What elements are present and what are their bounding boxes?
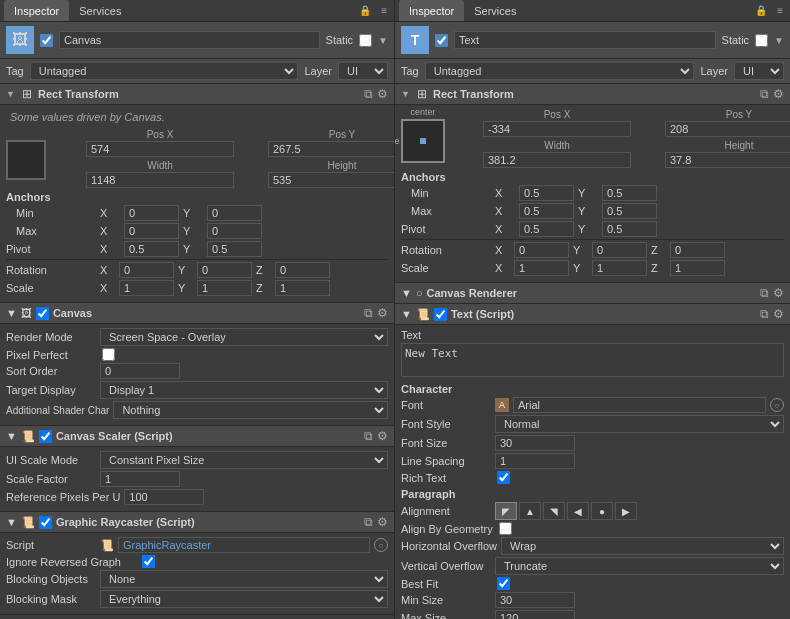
left-scaler-copy-icon[interactable]: ⧉	[364, 429, 373, 443]
right-tab-inspector[interactable]: Inspector	[399, 0, 464, 21]
right-w-input[interactable]	[483, 152, 631, 168]
right-ts-checkbox[interactable]	[434, 308, 447, 321]
right-obj-name-input[interactable]	[454, 31, 716, 49]
left-static-checkbox[interactable]	[359, 34, 372, 47]
right-ts-settings-icon[interactable]: ⚙	[773, 307, 784, 321]
left-sc-x-input[interactable]	[119, 280, 174, 296]
left-sc-y-input[interactable]	[197, 280, 252, 296]
right-tag-select[interactable]: Untagged	[425, 62, 695, 80]
right-rot-z-input[interactable]	[670, 242, 725, 258]
left-max-y-input[interactable]	[207, 223, 262, 239]
left-static-arrow[interactable]: ▼	[378, 35, 388, 46]
left-canvas-copy-icon[interactable]: ⧉	[364, 306, 373, 320]
right-rect-settings-icon[interactable]: ⚙	[773, 87, 784, 101]
left-rot-z-input[interactable]	[275, 262, 330, 278]
left-tag-select[interactable]: Untagged	[30, 62, 299, 80]
right-ts-copy-icon[interactable]: ⧉	[760, 307, 769, 321]
left-rot-x-input[interactable]	[119, 262, 174, 278]
right-h-input[interactable]	[665, 152, 790, 168]
right-posx-input[interactable]	[483, 121, 631, 137]
right-layer-select[interactable]: UI	[734, 62, 784, 80]
left-w-input[interactable]	[86, 172, 234, 188]
left-ignore-checkbox[interactable]	[142, 555, 155, 568]
right-font-size-input[interactable]	[495, 435, 575, 451]
right-font-input[interactable]	[513, 397, 766, 413]
right-pivot-y-input[interactable]	[602, 221, 657, 237]
right-pivot-x-input[interactable]	[519, 221, 574, 237]
left-blocking-obj-select[interactable]: None	[100, 570, 388, 588]
right-static-checkbox[interactable]	[755, 34, 768, 47]
left-pixel-perfect-checkbox[interactable]	[102, 348, 115, 361]
right-align-ml[interactable]: ◀	[567, 502, 589, 520]
right-menu-icon[interactable]: ≡	[774, 5, 786, 16]
left-posx-input[interactable]	[86, 141, 234, 157]
right-canvas-renderer-header[interactable]: ▼ ○ Canvas Renderer ⧉ ⚙	[395, 283, 790, 304]
left-pivot-x-input[interactable]	[124, 241, 179, 257]
right-min-size-input[interactable]	[495, 592, 575, 608]
right-line-spacing-input[interactable]	[495, 453, 575, 469]
right-text-textarea[interactable]: New Text	[401, 343, 784, 377]
right-font-style-select[interactable]: Normal	[495, 415, 784, 433]
left-scaler-checkbox[interactable]	[39, 430, 52, 443]
left-layer-select[interactable]: UI	[338, 62, 388, 80]
left-scale-factor-input[interactable]	[100, 471, 180, 487]
left-canvas-header[interactable]: ▼ 🖼 Canvas ⧉ ⚙	[0, 303, 394, 324]
left-lock-icon[interactable]: 🔒	[356, 5, 374, 16]
left-rect-transform-header[interactable]: ▼ ⊞ Rect Transform ⧉ ⚙	[0, 84, 394, 105]
left-rect-copy-icon[interactable]: ⧉	[364, 87, 373, 101]
right-v-overflow-select[interactable]: Truncate	[495, 557, 784, 575]
left-target-display-select[interactable]: Display 1	[100, 381, 388, 399]
right-align-tl[interactable]: ◤	[495, 502, 517, 520]
left-canvas-checkbox[interactable]	[36, 307, 49, 320]
left-active-checkbox[interactable]	[40, 34, 53, 47]
right-min-y-input[interactable]	[602, 185, 657, 201]
right-align-tr[interactable]: ◥	[543, 502, 565, 520]
right-align-tc[interactable]: ▲	[519, 502, 541, 520]
left-tab-inspector[interactable]: Inspector	[4, 0, 69, 21]
right-rot-x-input[interactable]	[514, 242, 569, 258]
left-sort-order-input[interactable]	[100, 363, 180, 379]
left-canvas-settings-icon[interactable]: ⚙	[377, 306, 388, 320]
right-align-geometry-checkbox[interactable]	[499, 522, 512, 535]
right-rot-y-input[interactable]	[592, 242, 647, 258]
left-raycaster-settings-icon[interactable]: ⚙	[377, 515, 388, 529]
left-posy-input[interactable]	[268, 141, 394, 157]
left-h-input[interactable]	[268, 172, 394, 188]
right-text-script-header[interactable]: ▼ 📜 Text (Script) ⧉ ⚙	[395, 304, 790, 325]
left-scaler-header[interactable]: ▼ 📜 Canvas Scaler (Script) ⧉ ⚙	[0, 426, 394, 447]
right-rect-copy-icon[interactable]: ⧉	[760, 87, 769, 101]
left-raycaster-copy-icon[interactable]: ⧉	[364, 515, 373, 529]
right-static-arrow[interactable]: ▼	[774, 35, 784, 46]
right-tab-services[interactable]: Services	[464, 0, 526, 21]
left-script-input[interactable]	[118, 537, 370, 553]
right-h-overflow-select[interactable]: Wrap	[501, 537, 784, 555]
right-cr-settings-icon[interactable]: ⚙	[773, 286, 784, 300]
right-max-y-input[interactable]	[602, 203, 657, 219]
left-sc-z-input[interactable]	[275, 280, 330, 296]
right-cr-copy-icon[interactable]: ⧉	[760, 286, 769, 300]
right-best-fit-checkbox[interactable]	[497, 577, 510, 590]
left-ref-pixels-input[interactable]	[124, 489, 204, 505]
left-min-x-input[interactable]	[124, 205, 179, 221]
right-sc-x-input[interactable]	[514, 260, 569, 276]
left-script-circle[interactable]: ○	[374, 538, 388, 552]
right-active-checkbox[interactable]	[435, 34, 448, 47]
left-raycaster-header[interactable]: ▼ 📜 Graphic Raycaster (Script) ⧉ ⚙	[0, 512, 394, 533]
left-raycaster-checkbox[interactable]	[39, 516, 52, 529]
right-max-x-input[interactable]	[519, 203, 574, 219]
right-max-size-input[interactable]	[495, 610, 575, 619]
left-render-mode-select[interactable]: Screen Space - Overlay	[100, 328, 388, 346]
right-sc-z-input[interactable]	[670, 260, 725, 276]
left-rect-settings-icon[interactable]: ⚙	[377, 87, 388, 101]
left-blocking-mask-select[interactable]: Everything	[100, 590, 388, 608]
right-min-x-input[interactable]	[519, 185, 574, 201]
left-shader-select[interactable]: Nothing	[113, 401, 388, 419]
right-rect-transform-header[interactable]: ▼ ⊞ Rect Transform ⧉ ⚙	[395, 84, 790, 105]
left-max-x-input[interactable]	[124, 223, 179, 239]
left-menu-icon[interactable]: ≡	[378, 5, 390, 16]
left-rot-y-input[interactable]	[197, 262, 252, 278]
left-tab-services[interactable]: Services	[69, 0, 131, 21]
right-posy-input[interactable]	[665, 121, 790, 137]
right-lock-icon[interactable]: 🔒	[752, 5, 770, 16]
right-align-mr[interactable]: ▶	[615, 502, 637, 520]
